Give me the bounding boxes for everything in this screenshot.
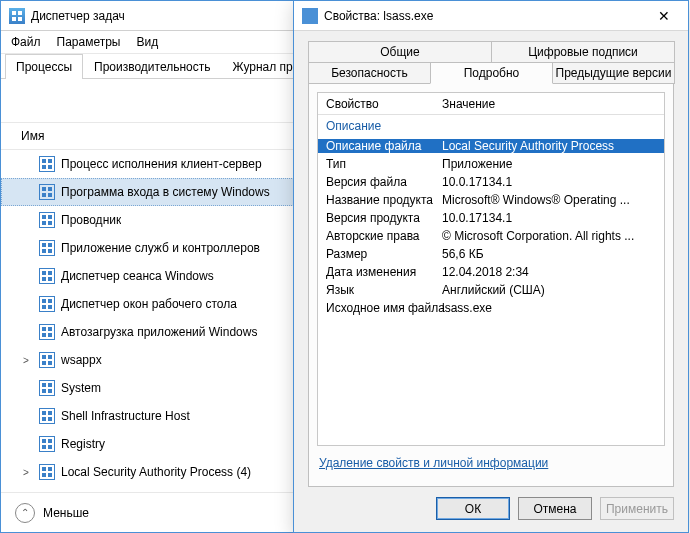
process-icon (39, 324, 55, 340)
process-icon (39, 156, 55, 172)
property-row[interactable]: Язык Английский (США) (318, 281, 664, 299)
dialog-title: Свойства: lsass.exe (324, 9, 433, 23)
process-label: Процесс исполнения клиент-сервер (61, 157, 262, 171)
taskmgr-icon (9, 8, 25, 24)
expand-icon[interactable]: > (19, 355, 33, 366)
process-icon (39, 184, 55, 200)
property-row[interactable]: Описание файла Local Security Authority … (318, 137, 664, 155)
property-key: Дата изменения (318, 265, 438, 279)
process-label: Shell Infrastructure Host (61, 409, 190, 423)
properties-dialog: Свойства: lsass.exe ✕ Общие Цифровые под… (293, 0, 689, 533)
dialog-body: Общие Цифровые подписи Безопасность Подр… (294, 31, 688, 487)
process-label: Автозагрузка приложений Windows (61, 325, 257, 339)
menu-file[interactable]: Файл (11, 35, 41, 49)
property-key: Язык (318, 283, 438, 297)
property-key: Исходное имя файла (318, 301, 438, 315)
cancel-button[interactable]: Отмена (518, 497, 592, 520)
process-label: System (61, 381, 101, 395)
property-key: Описание файла (318, 139, 438, 153)
taskmgr-title: Диспетчер задач (31, 9, 125, 23)
tab-performance[interactable]: Производительность (83, 54, 221, 79)
process-label: Local Security Authority Process (4) (61, 465, 251, 479)
dialog-tabs: Общие Цифровые подписи Безопасность Подр… (308, 41, 674, 84)
menu-view[interactable]: Вид (136, 35, 158, 49)
property-row[interactable]: Версия файла 10.0.17134.1 (318, 173, 664, 191)
process-icon (39, 212, 55, 228)
process-icon (39, 436, 55, 452)
process-label: Registry (61, 437, 105, 451)
details-panel: Свойство Значение Описание Описание файл… (308, 84, 674, 487)
property-value: 10.0.17134.1 (438, 211, 664, 225)
property-row[interactable]: Версия продукта 10.0.17134.1 (318, 209, 664, 227)
properties-column-headers[interactable]: Свойство Значение (318, 93, 664, 115)
tab-security[interactable]: Безопасность (308, 62, 431, 84)
property-value: Microsoft® Windows® Operating ... (438, 193, 664, 207)
apply-button: Применить (600, 497, 674, 520)
remove-properties-link[interactable]: Удаление свойств и личной информации (317, 446, 665, 474)
property-key: Размер (318, 247, 438, 261)
tab-general[interactable]: Общие (308, 41, 492, 62)
property-key: Версия продукта (318, 211, 438, 225)
property-value: Приложение (438, 157, 664, 171)
tab-details[interactable]: Подробно (430, 62, 553, 84)
property-value: 56,6 КБ (438, 247, 664, 261)
property-value: Local Security Authority Process (438, 139, 664, 153)
process-icon (39, 240, 55, 256)
property-key: Версия файла (318, 175, 438, 189)
process-label: Программа входа в систему Windows (61, 185, 270, 199)
process-icon (39, 408, 55, 424)
process-label: Диспетчер окон рабочего стола (61, 297, 237, 311)
property-row[interactable]: Исходное имя файла lsass.exe (318, 299, 664, 317)
property-row[interactable]: Размер 56,6 КБ (318, 245, 664, 263)
property-key: Название продукта (318, 193, 438, 207)
close-icon[interactable]: ✕ (644, 1, 684, 30)
ok-button[interactable]: ОК (436, 497, 510, 520)
property-value: 10.0.17134.1 (438, 175, 664, 189)
process-label: Проводник (61, 213, 121, 227)
section-description: Описание (318, 115, 664, 137)
chevron-up-icon[interactable]: ⌃ (15, 503, 35, 523)
process-label: wsappx (61, 353, 102, 367)
column-header-value[interactable]: Значение (438, 97, 664, 111)
process-label: Диспетчер сеанса Windows (61, 269, 214, 283)
dialog-app-icon (302, 8, 318, 24)
tab-processes[interactable]: Процессы (5, 54, 83, 79)
process-icon (39, 268, 55, 284)
process-label: Приложение служб и контроллеров (61, 241, 260, 255)
property-key: Тип (318, 157, 438, 171)
property-value: © Microsoft Corporation. All rights ... (438, 229, 664, 243)
process-icon (39, 352, 55, 368)
dialog-buttons: ОК Отмена Применить (294, 487, 688, 532)
properties-listview[interactable]: Свойство Значение Описание Описание файл… (317, 92, 665, 446)
menu-options[interactable]: Параметры (57, 35, 121, 49)
property-key: Авторские права (318, 229, 438, 243)
tab-previous-versions[interactable]: Предыдущие версии (552, 62, 675, 84)
property-value: Английский (США) (438, 283, 664, 297)
fewer-details-button[interactable]: Меньше (43, 506, 89, 520)
property-row[interactable]: Название продукта Microsoft® Windows® Op… (318, 191, 664, 209)
property-row[interactable]: Тип Приложение (318, 155, 664, 173)
process-icon (39, 464, 55, 480)
process-icon (39, 380, 55, 396)
property-value: 12.04.2018 2:34 (438, 265, 664, 279)
column-header-property[interactable]: Свойство (318, 97, 438, 111)
property-value: lsass.exe (438, 301, 664, 315)
property-row[interactable]: Дата изменения 12.04.2018 2:34 (318, 263, 664, 281)
property-row[interactable]: Авторские права © Microsoft Corporation.… (318, 227, 664, 245)
dialog-titlebar[interactable]: Свойства: lsass.exe ✕ (294, 1, 688, 31)
expand-icon[interactable]: > (19, 467, 33, 478)
process-icon (39, 296, 55, 312)
tab-digital-signatures[interactable]: Цифровые подписи (491, 41, 675, 62)
